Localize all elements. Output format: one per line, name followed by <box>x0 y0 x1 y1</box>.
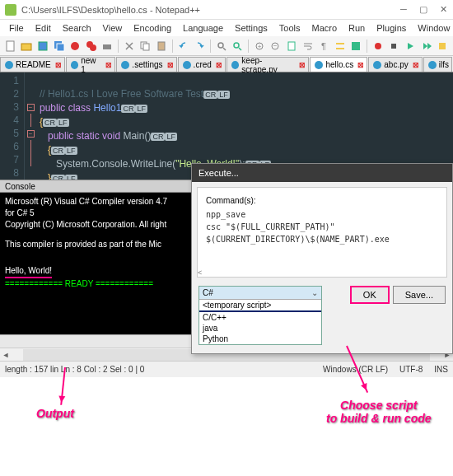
console-hello-output: Hello, World! <box>5 265 52 278</box>
menu-settings[interactable]: Settings <box>229 21 273 35</box>
svg-point-7 <box>90 44 96 51</box>
copy-icon[interactable] <box>138 39 153 54</box>
svg-text:−: − <box>273 42 278 49</box>
dialog-title[interactable]: Execute... <box>192 164 452 182</box>
line-gutter: 12345678 <box>0 72 25 180</box>
svg-point-12 <box>218 43 223 48</box>
macro-play-multi-icon[interactable] <box>419 39 434 54</box>
menu-bar: File Edit Search View Encoding Language … <box>0 20 453 36</box>
status-eol: Windows (CR LF) <box>323 365 388 374</box>
close-all-icon[interactable] <box>84 39 99 54</box>
macro-record-icon[interactable] <box>371 39 385 54</box>
save-button[interactable]: Save... <box>393 286 446 304</box>
commands-label: Command(s): <box>206 196 438 205</box>
replace-icon[interactable] <box>230 39 245 54</box>
svg-text:+: + <box>257 43 261 50</box>
status-encoding: UTF-8 <box>399 365 423 374</box>
tab-new1[interactable]: new 1⊠ <box>66 57 116 72</box>
scroll-left-icon[interactable]: < <box>198 268 202 277</box>
editor-tabs: README⊠ new 1⊠ .settings⊠ .cred⊠ keep-sc… <box>0 56 453 72</box>
script-option[interactable]: <temporary script> <box>199 300 321 310</box>
dialog-commands-area[interactable]: Command(s): npp_save csc "$(FULL_CURRENT… <box>197 187 447 278</box>
svg-line-13 <box>223 48 226 50</box>
menu-language[interactable]: Language <box>177 21 229 35</box>
script-option[interactable]: java <box>199 323 321 334</box>
title-bar: C:\Users\ILFS\Desktop\hello.cs - Notepad… <box>0 0 453 20</box>
svg-point-14 <box>234 43 239 48</box>
menu-encoding[interactable]: Encoding <box>128 21 177 35</box>
svg-line-15 <box>239 48 241 50</box>
paste-icon[interactable] <box>154 39 169 54</box>
undo-icon[interactable] <box>176 39 191 54</box>
macro-play-icon[interactable] <box>403 39 418 54</box>
command-line: csc "$(FULL_CURRENT_PATH)" <box>206 222 438 231</box>
status-bar: length : 157 lin Ln : 8 Col : 2 Sel : 0 … <box>0 361 453 377</box>
scroll-left-icon[interactable]: ◄ <box>0 351 12 359</box>
menu-window[interactable]: Window <box>412 21 453 35</box>
script-option[interactable]: Python <box>199 334 321 344</box>
minimize-button[interactable]: ─ <box>399 4 409 15</box>
toolbar: + − ¶ <box>0 36 453 56</box>
tab-hello-cs[interactable]: hello.cs⊠ <box>310 57 367 72</box>
status-ins: INS <box>434 365 448 374</box>
print-icon[interactable] <box>100 39 114 54</box>
menu-run[interactable]: Run <box>343 21 371 35</box>
save-all-icon[interactable] <box>52 39 67 54</box>
new-file-icon[interactable] <box>3 39 18 54</box>
cut-icon[interactable] <box>122 39 137 54</box>
wrap-icon[interactable] <box>301 39 315 54</box>
menu-file[interactable]: File <box>3 21 30 35</box>
svg-rect-2 <box>39 42 47 50</box>
script-select[interactable]: C# ⌄ <temporary script> C/C++ java Pytho… <box>198 286 322 345</box>
svg-rect-0 <box>7 41 14 51</box>
tab-abc-py[interactable]: abc.py⊠ <box>368 57 422 72</box>
svg-rect-1 <box>21 44 31 50</box>
close-button[interactable]: ✕ <box>438 4 448 15</box>
indent-guide-icon[interactable] <box>333 39 348 54</box>
tab-readme[interactable]: README⊠ <box>0 57 65 72</box>
macro-stop-icon[interactable] <box>387 39 402 54</box>
svg-point-25 <box>375 43 381 49</box>
show-chars-icon[interactable]: ¶ <box>316 39 331 54</box>
svg-rect-10 <box>143 44 149 50</box>
chevron-down-icon[interactable]: ⌄ <box>311 288 318 297</box>
svg-rect-11 <box>158 42 165 50</box>
command-line: npp_save <box>206 210 438 219</box>
menu-tools[interactable]: Tools <box>273 21 306 35</box>
svg-rect-4 <box>57 44 64 51</box>
open-file-icon[interactable] <box>20 39 35 54</box>
close-file-icon[interactable] <box>68 39 82 54</box>
script-option[interactable]: C/C++ <box>199 312 321 323</box>
svg-rect-20 <box>288 42 295 50</box>
maximize-button[interactable]: ▢ <box>418 4 428 15</box>
command-line: $(CURRENT_DIRECTORY)\$(NAME_PART).exe <box>206 235 438 244</box>
menu-macro[interactable]: Macro <box>306 21 343 35</box>
svg-rect-22 <box>336 43 344 44</box>
save-icon[interactable] <box>35 39 50 54</box>
annotation-choose: Choose script to build & run code <box>326 399 432 425</box>
status-length: length : 157 lin Ln : 8 Col : 2 Sel : 0 … <box>5 365 144 374</box>
tab-settings[interactable]: .settings⊠ <box>116 57 176 72</box>
svg-rect-27 <box>439 43 446 49</box>
tab-ilfs[interactable]: ilfs <box>423 57 452 72</box>
zoom-out-icon[interactable]: − <box>269 39 283 54</box>
lang-icon[interactable] <box>349 39 364 54</box>
svg-rect-23 <box>336 48 344 49</box>
script-select-value: C# <box>203 288 213 297</box>
menu-plugins[interactable]: Plugins <box>371 21 412 35</box>
macro-save-icon[interactable] <box>435 39 450 54</box>
tab-cred[interactable]: .cred⊠ <box>178 57 226 72</box>
fold-gutter[interactable]: − − <box>25 72 36 180</box>
svg-rect-24 <box>352 42 360 50</box>
menu-view[interactable]: View <box>97 21 128 35</box>
zoom-in-icon[interactable]: + <box>252 39 267 54</box>
menu-search[interactable]: Search <box>57 21 97 35</box>
svg-point-5 <box>71 42 79 50</box>
menu-edit[interactable]: Edit <box>30 21 57 35</box>
ok-button[interactable]: OK <box>350 286 390 304</box>
redo-icon[interactable] <box>192 39 207 54</box>
svg-rect-26 <box>391 44 396 49</box>
find-icon[interactable] <box>214 39 229 54</box>
sync-v-icon[interactable] <box>284 39 299 54</box>
tab-keep-scrape[interactable]: keep-scrape.py⊠ <box>226 57 310 72</box>
